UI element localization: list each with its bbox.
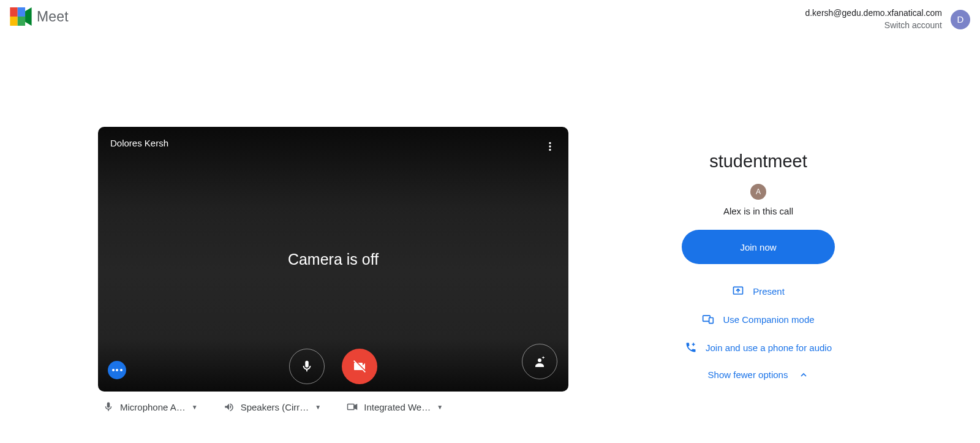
brand-name: Meet	[37, 9, 69, 25]
toggle-label: Show fewer options	[708, 369, 788, 380]
mic-selector[interactable]: Microphone A… ▼	[103, 401, 198, 412]
visual-effects-button[interactable]	[522, 344, 557, 379]
camera-status-text: Camera is off	[288, 251, 379, 268]
present-label: Present	[753, 286, 785, 297]
preview-more-button[interactable]	[539, 135, 561, 157]
account-email: d.kersh@gedu.demo.xfanatical.com	[805, 7, 942, 20]
camera-toggle-button[interactable]	[342, 349, 377, 384]
camera-icon	[347, 401, 358, 412]
present-option[interactable]: Present	[732, 285, 785, 297]
speaker-icon	[224, 401, 235, 412]
svg-rect-3	[18, 17, 25, 26]
brand: Meet	[6, 7, 69, 26]
participant-avatar: A	[750, 184, 766, 200]
meet-logo-icon	[10, 7, 32, 26]
phone-plus-icon	[685, 341, 697, 354]
svg-rect-0	[10, 7, 17, 17]
camera-off-icon	[352, 359, 367, 374]
svg-point-6	[549, 145, 551, 147]
join-now-button[interactable]: Join now	[682, 230, 835, 264]
pinned-more-button[interactable]	[108, 361, 126, 379]
svg-marker-4	[25, 7, 32, 26]
microphone-icon	[300, 360, 314, 373]
account-area: d.kersh@gedu.demo.xfanatical.com Switch …	[805, 7, 974, 31]
companion-label: Use Companion mode	[723, 314, 814, 325]
switch-account-link[interactable]: Switch account	[805, 20, 942, 32]
microphone-icon	[103, 401, 114, 412]
chevron-down-icon: ▼	[437, 404, 443, 411]
speaker-selector[interactable]: Speakers (Cirr… ▼	[224, 401, 322, 412]
video-preview: Dolores Kersh Camera is off	[98, 127, 568, 392]
avatar[interactable]: D	[951, 10, 970, 29]
in-call-text: Alex is in this call	[723, 206, 793, 216]
chevron-down-icon: ▼	[315, 404, 321, 411]
self-name-label: Dolores Kersh	[110, 138, 168, 148]
chevron-down-icon: ▼	[192, 404, 198, 411]
svg-rect-12	[348, 404, 355, 410]
svg-rect-2	[18, 7, 25, 17]
sparkle-portrait-icon	[532, 354, 547, 369]
dots-icon	[112, 369, 123, 371]
phone-audio-option[interactable]: Join and use a phone for audio	[685, 341, 832, 354]
chevron-up-icon	[799, 370, 809, 380]
svg-point-8	[538, 358, 541, 362]
meeting-title: studentmeet	[709, 151, 807, 172]
camera-label: Integrated We…	[364, 402, 431, 412]
camera-selector[interactable]: Integrated We… ▼	[347, 401, 443, 412]
mic-label: Microphone A…	[120, 402, 186, 412]
present-icon	[732, 285, 744, 297]
svg-marker-13	[354, 404, 357, 409]
toggle-options-button[interactable]: Show fewer options	[708, 369, 809, 380]
svg-rect-1	[10, 17, 17, 26]
device-selector-row: Microphone A… ▼ Speakers (Cirr… ▼ Integr…	[103, 401, 443, 412]
phone-label: Join and use a phone for audio	[706, 343, 832, 353]
more-vert-icon	[545, 142, 555, 151]
companion-mode-option[interactable]: Use Companion mode	[702, 313, 814, 325]
join-panel: studentmeet A Alex is in this call Join …	[630, 127, 887, 392]
svg-rect-11	[709, 318, 714, 324]
devices-icon	[702, 313, 714, 325]
speaker-label: Speakers (Cirr…	[241, 402, 309, 412]
svg-point-5	[549, 142, 551, 144]
mic-toggle-button[interactable]	[289, 349, 325, 384]
svg-point-7	[549, 149, 551, 151]
